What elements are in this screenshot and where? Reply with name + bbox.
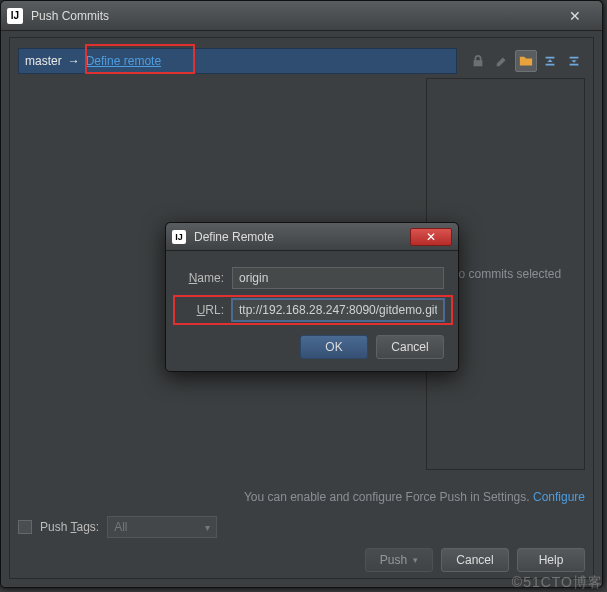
force-push-hint: You can enable and configure Force Push … [10,490,585,504]
url-row: URL: [180,299,444,321]
push-tags-label-post: ags: [76,520,99,534]
top-row: master → Define remote [18,48,585,74]
url-input[interactable] [232,299,444,321]
right-toolbar [467,48,585,74]
dialog-title: Define Remote [194,230,410,244]
collapse-icon[interactable] [539,50,561,72]
cancel-button[interactable]: Cancel [376,335,444,359]
folder-icon[interactable] [515,50,537,72]
app-icon: IJ [172,230,186,244]
push-tags-row: Push Tags: All [18,516,217,538]
arrow-icon: → [68,54,80,68]
url-label-rest: RL: [205,303,224,317]
push-tags-combo-value: All [114,520,127,534]
cancel-button[interactable]: Cancel [441,548,509,572]
define-remote-titlebar[interactable]: IJ Define Remote ✕ [166,223,458,251]
configure-link[interactable]: Configure [533,490,585,504]
app-icon: IJ [7,8,23,24]
expand-icon[interactable] [563,50,585,72]
no-commits-placeholder: No commits selected [450,267,561,281]
lock-icon[interactable] [467,50,489,72]
push-commits-titlebar[interactable]: IJ Push Commits ✕ [1,1,602,31]
name-row: Name: [180,267,444,289]
close-icon[interactable]: ✕ [554,6,596,26]
define-remote-dialog: IJ Define Remote ✕ Name: URL: OK Cancel [165,222,459,372]
push-tags-combo[interactable]: All [107,516,217,538]
branch-name: master [25,54,62,68]
branch-bar[interactable]: master → Define remote [18,48,457,74]
url-label: URL: [180,303,232,317]
name-input[interactable] [232,267,444,289]
edit-icon[interactable] [491,50,513,72]
close-icon[interactable]: ✕ [410,228,452,246]
push-button[interactable]: Push [365,548,433,572]
define-remote-link[interactable]: Define remote [86,54,161,68]
dialog-buttons: OK Cancel [180,335,444,359]
name-label-rest: ame: [197,271,224,285]
bottom-buttons: Push Cancel Help [365,548,585,572]
url-label-mnemonic: U [197,303,206,317]
help-button[interactable]: Help [517,548,585,572]
name-label-mnemonic: N [189,271,198,285]
push-tags-label-pre: Push [40,520,70,534]
ok-button[interactable]: OK [300,335,368,359]
hint-text: You can enable and configure Force Push … [244,490,533,504]
window-title: Push Commits [31,9,554,23]
define-remote-body: Name: URL: OK Cancel [166,251,458,371]
push-tags-checkbox[interactable] [18,520,32,534]
name-label: Name: [180,271,232,285]
push-tags-label: Push Tags: [40,520,99,534]
